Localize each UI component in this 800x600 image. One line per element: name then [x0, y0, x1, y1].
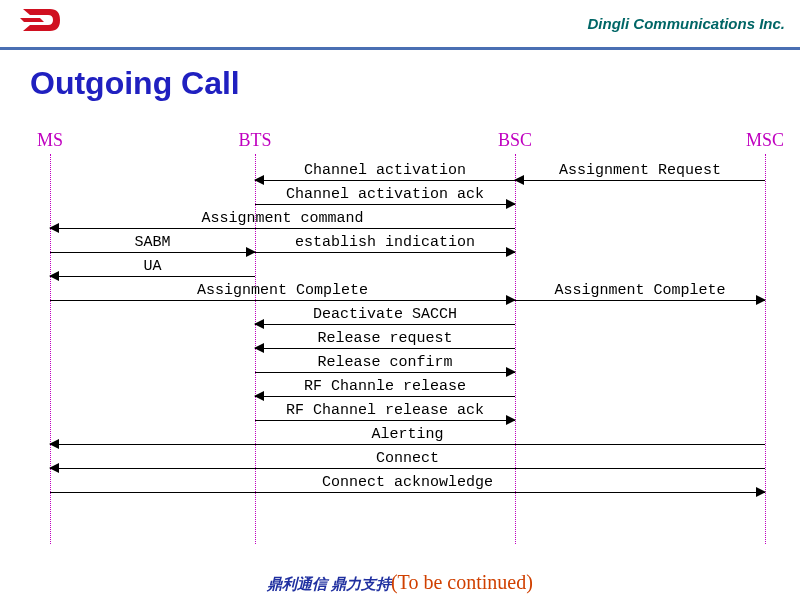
footer: 鼎利通信 鼎力支持(To be continued): [0, 571, 800, 594]
footer-chinese: 鼎利通信 鼎力支持: [267, 576, 391, 592]
lifeline-msc: [765, 154, 766, 544]
footer-continued: (To be continued): [391, 571, 533, 593]
header: Dingli Communications Inc.: [0, 0, 800, 45]
header-divider: [0, 47, 800, 50]
node-label-bts: BTS: [238, 130, 271, 151]
message-label: Connect acknowledge: [50, 474, 765, 491]
message-arrow: Assignment Request: [515, 178, 765, 198]
message-arrow: establish indication: [255, 250, 515, 270]
node-label-ms: MS: [37, 130, 63, 151]
message-label: Assignment Complete: [515, 282, 765, 299]
message-label: Channel activation ack: [255, 186, 515, 203]
message-arrow: Connect acknowledge: [50, 490, 765, 510]
message-label: RF Channle release: [255, 378, 515, 395]
node-label-bsc: BSC: [498, 130, 532, 151]
message-label: Assignment command: [50, 210, 515, 227]
message-label: Channel activation: [255, 162, 515, 179]
message-label: Deactivate SACCH: [255, 306, 515, 323]
message-label: Release request: [255, 330, 515, 347]
message-label: Release confirm: [255, 354, 515, 371]
message-label: Assignment Request: [515, 162, 765, 179]
logo: [20, 5, 60, 39]
message-arrow: Assignment Complete: [515, 298, 765, 318]
message-label: UA: [50, 258, 255, 275]
sequence-diagram: MSBTSBSCMSCAssignment RequestChannel act…: [25, 130, 775, 550]
node-label-msc: MSC: [746, 130, 784, 151]
message-label: RF Channel release ack: [255, 402, 515, 419]
message-label: Alerting: [50, 426, 765, 443]
page-title: Outgoing Call: [30, 65, 240, 102]
message-label: establish indication: [255, 234, 515, 251]
message-label: Connect: [50, 450, 765, 467]
message-label: SABM: [50, 234, 255, 251]
company-name: Dingli Communications Inc.: [587, 15, 785, 32]
message-label: Assignment Complete: [50, 282, 515, 299]
